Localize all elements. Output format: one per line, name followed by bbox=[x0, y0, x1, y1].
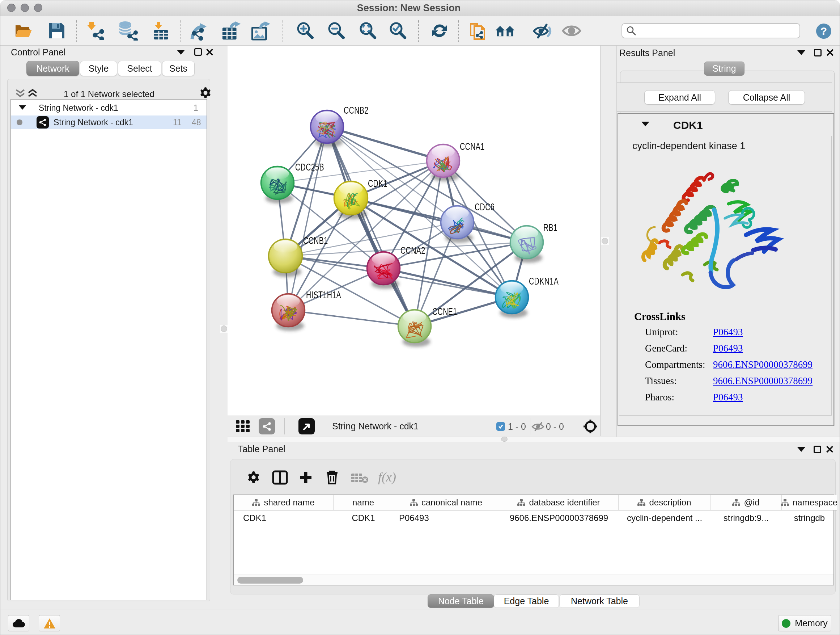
cell-shared-name[interactable]: CDK1 bbox=[234, 511, 333, 525]
panel-menu-icon[interactable] bbox=[797, 447, 805, 452]
crosslink-link[interactable]: P06493 bbox=[713, 326, 743, 338]
zoom-selected-button[interactable] bbox=[387, 21, 408, 41]
close-panel-icon[interactable]: ✕ bbox=[826, 49, 835, 57]
edge-HIST1H1A-CCNE1[interactable] bbox=[288, 310, 415, 326]
traffic-light-minimize[interactable] bbox=[21, 4, 29, 12]
columns-icon[interactable] bbox=[272, 470, 288, 485]
tab-string[interactable]: String bbox=[704, 62, 745, 76]
section-expander-icon[interactable] bbox=[641, 122, 649, 126]
edge-CCNA2-CDKN1A[interactable] bbox=[384, 268, 512, 297]
hide-selected-button[interactable] bbox=[532, 21, 553, 41]
import-network-file-button[interactable] bbox=[84, 21, 104, 41]
export-image-button[interactable] bbox=[251, 21, 272, 41]
add-column-icon[interactable] bbox=[298, 470, 313, 485]
column-header-canonical-name[interactable]: canonical name bbox=[393, 495, 499, 510]
node-CDKN1A[interactable] bbox=[495, 280, 529, 318]
node-CCNE1[interactable] bbox=[398, 309, 431, 347]
memory-button[interactable]: Memory bbox=[778, 615, 831, 631]
zoom-out-button[interactable] bbox=[326, 21, 346, 41]
cdk1-section-header[interactable]: CDK1 bbox=[618, 114, 834, 136]
splitter-horizontal[interactable] bbox=[500, 437, 508, 442]
node-HIST1H1A[interactable] bbox=[271, 293, 305, 331]
grid-view-icon[interactable] bbox=[236, 420, 252, 432]
network-row-selected[interactable]: String Network - cdk1 11 48 bbox=[11, 116, 207, 129]
duplicate-network-button[interactable] bbox=[469, 21, 489, 41]
edge-CCNB2-CCNA1[interactable] bbox=[327, 127, 443, 161]
tab-node-table[interactable]: Node Table bbox=[428, 594, 494, 608]
cell-database-identifier[interactable]: 9606.ENSP00000378699 bbox=[499, 511, 619, 525]
gear-icon[interactable] bbox=[199, 87, 212, 99]
edge-CDK1-RB1[interactable] bbox=[351, 198, 527, 242]
import-network-database-button[interactable] bbox=[118, 21, 138, 41]
help-button[interactable]: ? bbox=[813, 21, 834, 41]
tab-style[interactable]: Style bbox=[80, 61, 117, 76]
show-all-button[interactable] bbox=[561, 21, 582, 41]
tab-edge-table[interactable]: Edge Table bbox=[494, 594, 559, 608]
float-panel-icon[interactable] bbox=[194, 48, 202, 56]
collapse-all-button[interactable]: Collapse All bbox=[728, 90, 805, 105]
selected-checkbox-icon[interactable] bbox=[496, 422, 505, 431]
node-CCNB1[interactable] bbox=[268, 239, 303, 277]
node-CCNA2[interactable] bbox=[366, 251, 401, 289]
crosslink-link[interactable]: P06493 bbox=[713, 392, 743, 403]
network-share-badge-icon[interactable] bbox=[259, 418, 275, 434]
column-header-database-identifier[interactable]: database identifier bbox=[499, 495, 619, 510]
first-neighbors-button[interactable] bbox=[495, 21, 515, 41]
delete-column-icon[interactable] bbox=[325, 470, 339, 485]
crosslink-link[interactable]: P06493 bbox=[713, 343, 743, 354]
expand-all-button[interactable]: Expand All bbox=[644, 90, 715, 105]
node-CDC25B[interactable] bbox=[261, 166, 294, 203]
save-session-button[interactable] bbox=[47, 21, 67, 41]
traffic-light-zoom[interactable] bbox=[34, 4, 42, 12]
cell-canonical-name[interactable]: P06493 bbox=[393, 511, 499, 525]
cell-@id[interactable]: stringdb:9... bbox=[711, 511, 782, 525]
open-in-window-icon[interactable] bbox=[298, 418, 315, 434]
node-CCNA1[interactable] bbox=[426, 144, 460, 181]
float-panel-icon[interactable] bbox=[813, 446, 821, 453]
splitter-left[interactable] bbox=[220, 325, 228, 333]
collection-expander-icon[interactable] bbox=[19, 105, 26, 110]
cell-namespace[interactable]: stringdb bbox=[782, 511, 837, 525]
crosslink-link[interactable]: 9606.ENSP00000378699 bbox=[713, 359, 813, 371]
column-header-description[interactable]: description bbox=[619, 495, 711, 510]
panel-menu-icon[interactable] bbox=[797, 50, 805, 55]
zoom-fit-button[interactable] bbox=[357, 21, 378, 41]
column-header-@id[interactable]: @id bbox=[711, 495, 782, 510]
network-collection-row[interactable]: String Network - cdk1 1 bbox=[11, 102, 207, 116]
zoom-in-button[interactable] bbox=[295, 21, 315, 41]
node-CCNB2[interactable] bbox=[310, 110, 344, 147]
network-canvas[interactable]: CCNB2CCNA1CDC25BCDK1CDC6RB1CCNB1CCNA2CDK… bbox=[227, 46, 600, 416]
birds-eye-icon[interactable] bbox=[583, 419, 598, 434]
column-header-name[interactable]: name bbox=[333, 495, 393, 510]
panel-menu-icon[interactable] bbox=[177, 50, 185, 55]
import-table-button[interactable] bbox=[151, 21, 171, 41]
column-header-namespace[interactable]: namespace bbox=[782, 495, 837, 510]
close-panel-icon[interactable]: ✕ bbox=[825, 446, 834, 453]
tab-sets[interactable]: Sets bbox=[162, 61, 195, 76]
export-table-button[interactable] bbox=[222, 21, 242, 41]
column-header-shared-name[interactable]: shared name bbox=[234, 495, 333, 510]
tab-select[interactable]: Select bbox=[118, 61, 161, 76]
export-network-button[interactable] bbox=[189, 21, 210, 41]
table-gear-icon[interactable] bbox=[247, 471, 260, 484]
warnings-button[interactable] bbox=[39, 615, 60, 631]
float-panel-icon[interactable] bbox=[814, 49, 821, 57]
tab-network-table[interactable]: Network Table bbox=[559, 594, 639, 608]
scrollbar-thumb[interactable] bbox=[237, 577, 303, 584]
crosslink-link[interactable]: 9606.ENSP00000378699 bbox=[713, 375, 813, 386]
cloud-button[interactable] bbox=[8, 615, 29, 631]
close-panel-icon[interactable]: ✕ bbox=[205, 49, 214, 56]
cell-description[interactable]: cyclin-dependent ... bbox=[619, 511, 711, 525]
search-input[interactable] bbox=[637, 26, 792, 36]
cell-name[interactable]: CDK1 bbox=[333, 511, 393, 525]
node-CDC6[interactable] bbox=[440, 205, 474, 243]
refresh-button[interactable] bbox=[429, 21, 450, 41]
tab-network[interactable]: Network bbox=[27, 61, 79, 76]
splitter-horizontal-strip[interactable] bbox=[227, 437, 840, 442]
open-session-button[interactable] bbox=[13, 21, 34, 41]
node-CDK1[interactable] bbox=[333, 181, 368, 219]
traffic-light-close[interactable] bbox=[7, 4, 16, 12]
table-row[interactable]: CDK1CDK1P064939606.ENSP00000378699cyclin… bbox=[234, 511, 837, 525]
splitter-right[interactable] bbox=[601, 237, 609, 245]
node-RB1[interactable] bbox=[510, 225, 544, 263]
